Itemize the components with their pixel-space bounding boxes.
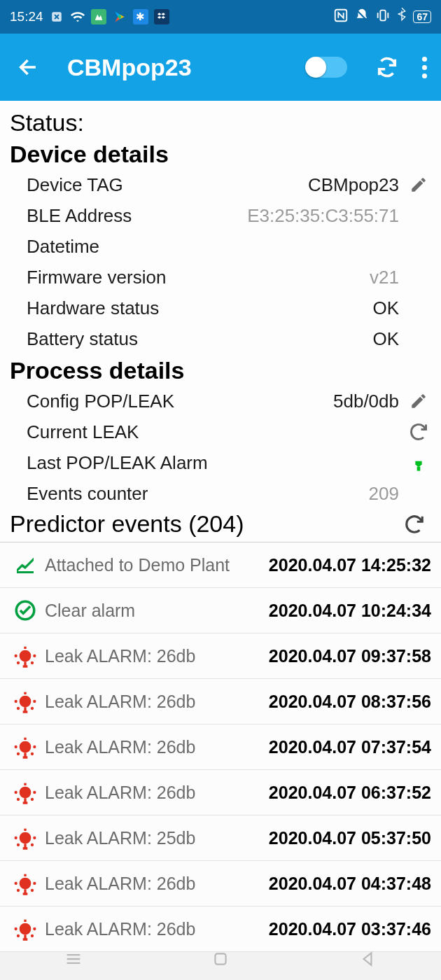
last-alarm-row: Last POP/LEAK Alarm xyxy=(0,447,441,478)
datetime-label: Datetime xyxy=(27,236,399,258)
svg-point-13 xyxy=(17,707,20,710)
device-tag-value: CBMpop23 xyxy=(308,174,399,196)
attach-icon xyxy=(10,551,41,579)
svg-point-25 xyxy=(20,832,31,844)
predictor-count: (204) xyxy=(188,510,244,537)
event-timestamp: 2020.04.07 14:25:32 xyxy=(269,555,431,575)
event-label: Leak ALARM: 26db xyxy=(45,737,269,757)
battery-status-row: Battery status OK xyxy=(0,323,441,354)
svg-point-15 xyxy=(20,741,31,753)
highlight-alarm-icon[interactable] xyxy=(405,453,433,472)
svg-point-21 xyxy=(15,791,18,794)
tray-app-icon-1 xyxy=(91,9,106,24)
event-timestamp: 2020.04.07 08:37:56 xyxy=(269,692,431,712)
leak-icon xyxy=(10,687,41,715)
svg-rect-3 xyxy=(417,467,421,471)
svg-point-28 xyxy=(17,844,20,846)
refresh-current-leak-button[interactable] xyxy=(405,422,433,442)
event-label: Leak ALARM: 25db xyxy=(45,828,269,848)
back-button[interactable] xyxy=(17,55,45,79)
current-leak-row: Current LEAK xyxy=(0,416,441,447)
battery-status-value: OK xyxy=(372,328,399,350)
event-row[interactable]: Attached to Demo Plant2020.04.07 14:25:3… xyxy=(0,542,441,588)
event-row[interactable]: Leak ALARM: 26db2020.04.07 09:37:58 xyxy=(0,634,441,679)
android-status-bar: 15:24 ✱ 67 xyxy=(0,0,441,34)
svg-point-33 xyxy=(17,889,20,892)
event-label: Clear alarm xyxy=(45,601,269,621)
edit-device-tag-button[interactable] xyxy=(405,176,433,194)
device-tag-row: Device TAG CBMpop23 xyxy=(0,169,441,200)
svg-rect-40 xyxy=(215,953,225,964)
config-label: Config POP/LEAK xyxy=(27,391,333,412)
event-row[interactable]: Leak ALARM: 26db2020.04.07 07:37:54 xyxy=(0,724,441,770)
svg-point-6 xyxy=(15,654,18,657)
process-details-header: Process details xyxy=(0,354,441,386)
leak-icon xyxy=(10,869,41,897)
dropbox-icon xyxy=(154,9,169,24)
event-row[interactable]: Leak ALARM: 26db2020.04.07 08:37:56 xyxy=(0,679,441,724)
svg-point-32 xyxy=(33,882,36,885)
event-label: Leak ALARM: 26db xyxy=(45,783,269,803)
svg-point-17 xyxy=(33,746,36,748)
recents-button[interactable] xyxy=(59,945,88,973)
event-row[interactable]: Clear alarm2020.04.07 10:24:34 xyxy=(0,588,441,634)
svg-point-5 xyxy=(20,650,31,662)
firmware-label: Firmware version xyxy=(27,267,370,288)
event-row[interactable]: Leak ALARM: 26db2020.04.07 04:37:48 xyxy=(0,861,441,906)
events-list: Attached to Demo Plant2020.04.07 14:25:3… xyxy=(0,542,441,952)
svg-point-39 xyxy=(31,934,34,937)
svg-point-37 xyxy=(33,927,36,930)
event-row[interactable]: Leak ALARM: 25db2020.04.07 05:37:50 xyxy=(0,816,441,861)
current-leak-label: Current LEAK xyxy=(27,421,399,443)
vibrate-icon xyxy=(375,8,391,27)
event-timestamp: 2020.04.07 03:37:46 xyxy=(269,919,431,939)
home-button[interactable] xyxy=(206,945,234,973)
event-timestamp: 2020.04.07 10:24:34 xyxy=(269,601,431,621)
svg-point-19 xyxy=(31,752,34,755)
leak-icon xyxy=(10,642,41,670)
nfc-icon xyxy=(333,8,349,27)
battery-status-label: Battery status xyxy=(27,328,372,350)
svg-point-30 xyxy=(20,878,31,890)
svg-point-16 xyxy=(15,746,18,748)
ble-address-label: BLE Address xyxy=(27,205,247,227)
svg-point-11 xyxy=(15,700,18,703)
battery-icon: 67 xyxy=(413,10,431,23)
svg-point-36 xyxy=(15,927,18,930)
firmware-value: v21 xyxy=(370,267,399,288)
ble-address-value: E3:25:35:C3:55:71 xyxy=(247,205,399,227)
bluetooth-app-icon: ✱ xyxy=(133,9,148,24)
config-pop-leak-row: Config POP/LEAK 5db/0db xyxy=(0,386,441,416)
svg-point-22 xyxy=(33,791,36,794)
predictor-events-header: Predictor events (204) xyxy=(10,510,395,538)
last-alarm-label: Last POP/LEAK Alarm xyxy=(27,452,399,474)
svg-point-9 xyxy=(31,662,34,664)
status-section-header: Status: xyxy=(0,106,441,138)
close-app-icon xyxy=(49,9,64,24)
device-enable-toggle[interactable] xyxy=(307,57,347,78)
hardware-status-label: Hardware status xyxy=(27,298,372,319)
edit-config-button[interactable] xyxy=(405,392,433,410)
svg-point-26 xyxy=(15,836,18,839)
bluetooth-icon xyxy=(396,8,407,27)
svg-point-20 xyxy=(20,787,31,799)
events-counter-row: Events counter 209 xyxy=(0,478,441,509)
svg-point-34 xyxy=(31,889,34,892)
android-back-button[interactable] xyxy=(354,945,382,973)
svg-point-38 xyxy=(17,934,20,937)
svg-point-18 xyxy=(17,752,20,755)
wifi-icon xyxy=(70,9,85,24)
refresh-events-button[interactable] xyxy=(400,514,428,535)
svg-point-35 xyxy=(20,923,31,935)
svg-point-12 xyxy=(33,700,36,703)
events-counter-label: Events counter xyxy=(27,483,369,505)
clear-icon xyxy=(10,596,41,624)
event-row[interactable]: Leak ALARM: 26db2020.04.07 06:37:52 xyxy=(0,770,441,816)
svg-point-8 xyxy=(17,662,20,664)
overflow-menu-button[interactable] xyxy=(417,57,431,78)
page-title: CBMpop23 xyxy=(67,54,307,81)
svg-point-29 xyxy=(31,844,34,846)
refresh-button[interactable] xyxy=(372,55,402,79)
app-bar: CBMpop23 xyxy=(0,34,441,101)
config-value: 5db/0db xyxy=(333,391,399,412)
